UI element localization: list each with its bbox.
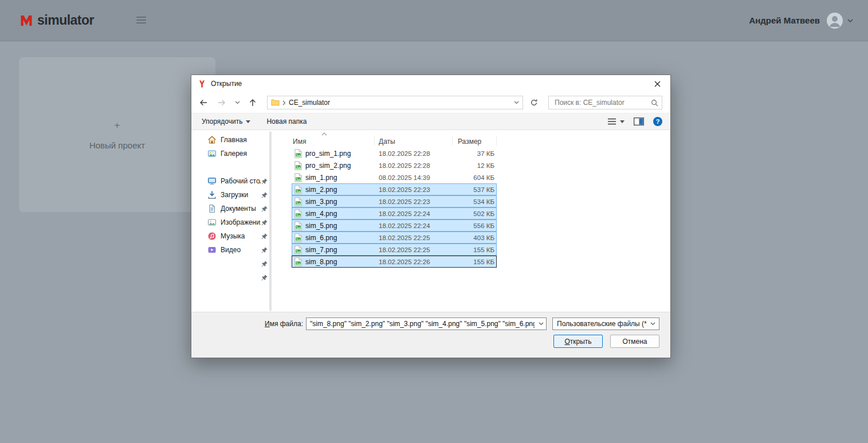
sidebar-item[interactable]: Музыка [191,229,273,243]
column-header-date[interactable]: Даты [379,138,395,146]
png-file-icon [292,173,302,182]
sidebar-item[interactable]: Рабочий стол [191,174,273,188]
file-list: Имя Даты Размер pro_sim_1.png18.02.2025 … [292,132,497,268]
file-date: 18.02.2025 22:25 [379,234,458,241]
column-divider[interactable] [496,136,497,146]
file-row[interactable]: sim_1.png08.02.2025 14:39604 КБ [292,171,497,183]
file-date: 18.02.2025 22:26 [379,258,458,265]
file-size: 155 КБ [458,246,494,253]
sidebar-item-label: Музыка [221,232,261,240]
sidebar-item-label: Загрузки [221,191,261,199]
sort-ascending-icon [321,132,327,136]
sidebar-item[interactable]: Загрузки [191,188,273,202]
filetype-select[interactable]: Пользовательские файлы (*.p [552,317,659,330]
file-date: 18.02.2025 22:28 [379,150,458,157]
search-input[interactable] [553,98,651,107]
sidebar-item[interactable]: Галерея [191,147,273,160]
file-row[interactable]: sim_4.png18.02.2025 22:24502 КБ [292,207,497,219]
file-size: 155 КБ [458,258,494,265]
hamburger-menu-icon[interactable] [136,17,146,23]
dialog-body: ГлавнаяГалереяРабочий столЗагрузкиДокуме… [191,130,670,312]
filename-dropdown-chevron-icon[interactable] [536,322,546,326]
back-button[interactable] [196,95,211,110]
pictures-icon [207,218,217,227]
up-button[interactable] [245,95,260,110]
sidebar-item-label: Рабочий стол [221,177,261,185]
breadcrumb-folder[interactable]: CE_simulator [289,99,511,107]
dialog-title-bar[interactable]: Открытие [191,75,670,92]
documents-icon [207,204,217,213]
file-name: pro_sim_2.png [305,162,379,170]
cancel-button[interactable]: Отмена [610,335,659,348]
open-button[interactable]: Открыть [553,335,603,348]
view-mode-button[interactable] [607,117,625,126]
desktop-icon [207,177,217,186]
file-name: sim_7.png [305,246,379,254]
preview-pane-icon[interactable] [634,117,644,126]
new-project-card[interactable]: + Новый проект [19,57,215,212]
help-icon[interactable]: ? [653,117,662,126]
filename-combobox [306,317,547,330]
sidebar-item-label: Галерея [221,150,269,158]
file-row[interactable]: pro_sim_2.png18.02.2025 22:2812 КБ [292,159,497,171]
png-file-icon [292,185,302,194]
app-logo: simulator [19,13,94,28]
refresh-icon[interactable] [527,96,541,109]
file-row[interactable]: sim_7.png18.02.2025 22:25155 КБ [292,244,497,256]
video-icon [207,245,217,254]
file-size: 502 КБ [458,210,494,217]
filename-input[interactable] [307,320,536,328]
forward-button[interactable] [214,95,229,110]
column-header-size[interactable]: Размер [458,138,481,146]
sidebar-item[interactable]: Документы [191,202,273,215]
file-row[interactable]: sim_6.png18.02.2025 22:25403 КБ [292,232,497,244]
file-name: sim_8.png [305,258,379,266]
sidebar-item[interactable]: Изображения [191,215,273,229]
pin-icon [261,260,268,268]
file-rows: pro_sim_1.png18.02.2025 22:2837 КБpro_si… [292,147,497,268]
file-name: sim_4.png [305,210,379,218]
file-row[interactable]: sim_3.png18.02.2025 22:23534 КБ [292,195,497,207]
sidebar-item[interactable]: Главная [191,133,273,147]
address-bar[interactable]: CE_simulator [267,96,523,109]
sidebar-item[interactable] [191,270,273,284]
file-row[interactable]: sim_8.png18.02.2025 22:26155 КБ [292,256,497,268]
open-button-label: Открыть [564,338,591,346]
sidebar-item[interactable]: Видео [191,243,273,257]
recent-locations-chevron-icon[interactable] [233,95,242,110]
file-row[interactable]: sim_2.png18.02.2025 22:23537 КБ [292,183,497,195]
column-divider[interactable] [452,136,453,146]
pin-icon [261,246,268,254]
sidebar-item[interactable] [191,257,273,270]
new-project-label: Новый проект [89,140,145,150]
column-divider[interactable] [374,136,375,146]
filetype-value: Пользовательские файлы (*.p [557,320,647,328]
new-folder-button[interactable]: Новая папка [266,117,307,126]
png-file-icon [292,245,302,254]
address-dropdown-chevron-icon[interactable] [514,101,519,104]
file-row[interactable]: pro_sim_1.png18.02.2025 22:2837 КБ [292,147,497,159]
sidebar-scrollbar[interactable] [269,131,272,311]
sidebar-item-label: Видео [221,246,261,254]
pin-icon [261,219,268,226]
column-header-name[interactable]: Имя [293,138,306,146]
close-icon[interactable] [645,75,670,92]
sidebar-item-label: Изображения [221,218,261,226]
search-box [548,96,662,109]
file-size: 37 КБ [458,150,494,157]
file-date: 18.02.2025 22:25 [379,246,458,253]
file-date: 18.02.2025 22:23 [379,198,458,205]
png-file-icon [292,221,302,230]
file-date: 18.02.2025 22:24 [379,210,458,217]
user-menu[interactable]: Андрей Матвеев [749,0,853,41]
cancel-button-label: Отмена [622,338,647,346]
file-size: 556 КБ [458,222,494,229]
gallery-icon [207,149,217,158]
new-folder-label: Новая папка [266,117,307,126]
search-icon[interactable] [651,99,658,107]
organize-button[interactable]: Упорядочить [202,117,250,126]
file-row[interactable]: sim_5.png18.02.2025 22:24556 КБ [292,219,497,232]
chevron-right-icon [282,100,286,105]
dialog-footer: Имя файла: Пользовательские файлы (*.p О… [191,312,670,358]
music-icon [207,232,217,241]
